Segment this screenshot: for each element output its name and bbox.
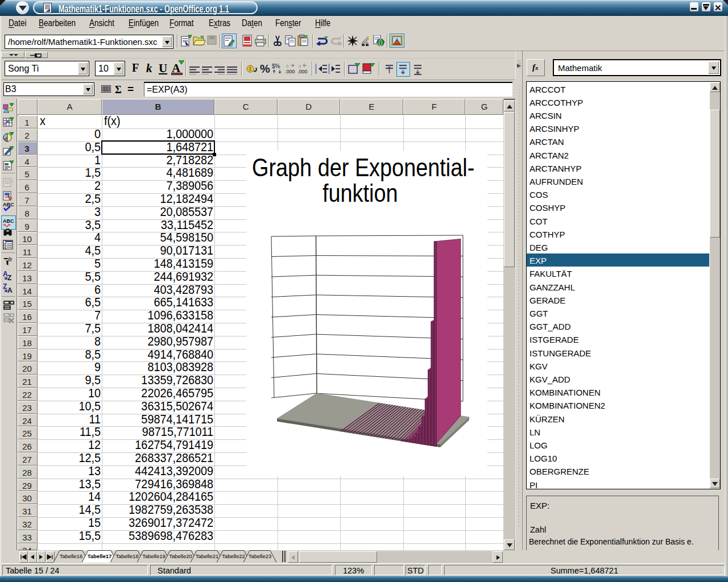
svg-text:0: 0 [286, 64, 289, 69]
svg-text:0: 0 [299, 64, 301, 69]
svg-text:ABC: ABC [3, 202, 14, 207]
svg-text:ABC: ABC [3, 218, 14, 224]
svg-text:A: A [7, 286, 13, 294]
svg-text:Z: Z [7, 274, 11, 282]
svg-text:.000: .000 [285, 69, 295, 74]
svg-text:$%: $% [272, 63, 280, 69]
svg-text:.000: .000 [297, 69, 308, 74]
